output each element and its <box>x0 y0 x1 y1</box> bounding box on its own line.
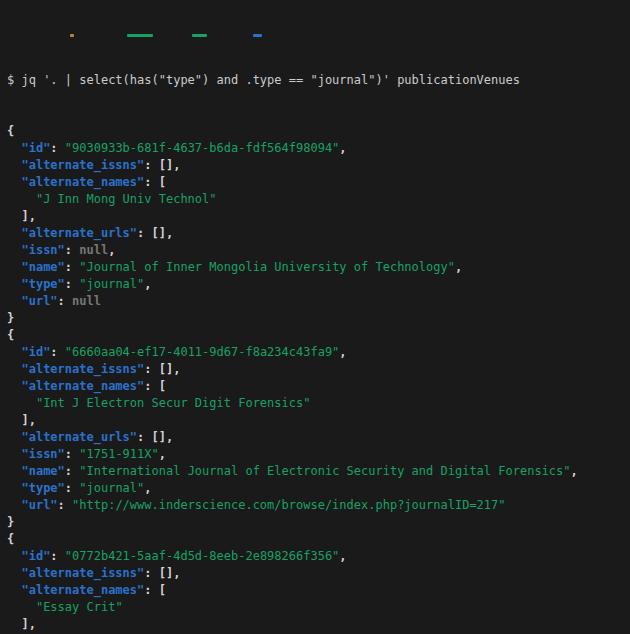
clipped-line-fragment <box>70 34 74 37</box>
json-punctuation: { <box>7 532 14 546</box>
json-punctuation: : <box>50 345 64 359</box>
json-key: "id" <box>21 549 50 563</box>
terminal-line: "alternate_urls": [], <box>7 429 630 446</box>
terminal-line: ], <box>7 412 630 429</box>
json-key: "id" <box>21 345 50 359</box>
terminal-line: "alternate_issns": [], <box>7 565 630 582</box>
json-punctuation: : [], <box>144 158 180 172</box>
json-punctuation <box>7 498 21 512</box>
terminal-output: { "id": "9030933b-681f-4637-b6da-fdf564f… <box>7 123 630 634</box>
json-punctuation: : <box>65 481 79 495</box>
json-punctuation: , <box>339 141 346 155</box>
json-punctuation: , <box>339 345 346 359</box>
json-punctuation: : [ <box>144 583 166 597</box>
shell-prompt: $ <box>7 73 21 87</box>
json-key: "alternate_issns" <box>21 158 144 172</box>
clipped-line-fragment <box>127 34 153 37</box>
json-string: "6660aa04-ef17-4011-9d67-f8a234c43fa9" <box>65 345 340 359</box>
json-punctuation <box>7 396 36 410</box>
json-string: "9030933b-681f-4637-b6da-fdf564f98094" <box>65 141 340 155</box>
terminal-line: { <box>7 327 630 344</box>
json-punctuation: : <box>58 498 72 512</box>
terminal-line: "name": "Journal of Inner Mongolia Unive… <box>7 259 630 276</box>
terminal-line: "id": "0772b421-5aaf-4d5d-8eeb-2e898266f… <box>7 548 630 565</box>
json-punctuation: : [], <box>137 430 173 444</box>
json-punctuation: : <box>65 243 79 257</box>
terminal-line: "issn": null, <box>7 242 630 259</box>
json-punctuation <box>7 430 21 444</box>
json-key: "name" <box>21 260 64 274</box>
json-punctuation: : [], <box>144 362 180 376</box>
json-string: "http://www.inderscience.com/browse/inde… <box>72 498 505 512</box>
json-punctuation: : <box>65 464 79 478</box>
json-string: "International Journal of Electronic Sec… <box>79 464 570 478</box>
json-punctuation: , <box>144 481 151 495</box>
json-punctuation: : <box>58 294 72 308</box>
terminal-line: "type": "journal", <box>7 480 630 497</box>
json-string: "J Inn Mong Univ Technol" <box>36 192 217 206</box>
json-punctuation <box>7 583 21 597</box>
terminal-line: "alternate_urls": [], <box>7 225 630 242</box>
json-punctuation: : [], <box>137 226 173 240</box>
terminal-line: "Int J Electron Secur Digit Forensics" <box>7 395 630 412</box>
json-string: "Essay Crit" <box>36 600 123 614</box>
json-key: "issn" <box>21 243 64 257</box>
json-string: "journal" <box>79 277 144 291</box>
json-punctuation: ], <box>7 617 36 631</box>
json-punctuation <box>7 464 21 478</box>
clipped-previous-line <box>7 34 630 38</box>
json-punctuation: : [ <box>144 175 166 189</box>
json-punctuation: { <box>7 124 14 138</box>
json-punctuation <box>7 600 36 614</box>
json-key: "name" <box>21 464 64 478</box>
json-punctuation: , <box>455 260 462 274</box>
json-punctuation: : <box>50 549 64 563</box>
clipped-line-fragment <box>253 34 262 37</box>
json-punctuation: } <box>7 515 14 529</box>
json-punctuation: : [ <box>144 379 166 393</box>
terminal-line: { <box>7 123 630 140</box>
json-key: "url" <box>21 498 57 512</box>
terminal-line: "id": "9030933b-681f-4637-b6da-fdf564f98… <box>7 140 630 157</box>
json-punctuation <box>7 566 21 580</box>
json-punctuation: , <box>108 243 115 257</box>
json-punctuation: ], <box>7 209 36 223</box>
json-key: "url" <box>21 294 57 308</box>
json-key: "issn" <box>21 447 64 461</box>
json-key: "id" <box>21 141 50 155</box>
json-punctuation: : <box>50 141 64 155</box>
json-key: "type" <box>21 481 64 495</box>
terminal-line: "alternate_names": [ <box>7 378 630 395</box>
terminal-line: "alternate_names": [ <box>7 582 630 599</box>
terminal-line: "url": "http://www.inderscience.com/brow… <box>7 497 630 514</box>
json-punctuation <box>7 226 21 240</box>
json-punctuation: , <box>159 447 166 461</box>
command-text: jq '. | select(has("type") and .type == … <box>21 73 520 87</box>
json-string: "journal" <box>79 481 144 495</box>
terminal-line: "id": "6660aa04-ef17-4011-9d67-f8a234c43… <box>7 344 630 361</box>
terminal-line: ], <box>7 208 630 225</box>
json-punctuation <box>7 549 21 563</box>
json-key: "alternate_names" <box>21 379 144 393</box>
terminal-line: "type": "journal", <box>7 276 630 293</box>
json-punctuation: , <box>144 277 151 291</box>
terminal-line: "alternate_issns": [], <box>7 361 630 378</box>
terminal-line: "url": null <box>7 293 630 310</box>
json-string: "0772b421-5aaf-4d5d-8eeb-2e898266f356" <box>65 549 340 563</box>
terminal-line: "alternate_issns": [], <box>7 157 630 174</box>
json-key: "alternate_issns" <box>21 566 144 580</box>
json-null: null <box>79 243 108 257</box>
json-punctuation <box>7 362 21 376</box>
json-punctuation <box>7 158 21 172</box>
json-punctuation: , <box>571 464 578 478</box>
json-key: "alternate_names" <box>21 583 144 597</box>
json-punctuation: , <box>339 549 346 563</box>
json-punctuation <box>7 260 21 274</box>
json-key: "type" <box>21 277 64 291</box>
json-key: "alternate_urls" <box>21 430 137 444</box>
terminal-line: "issn": "1751-911X", <box>7 446 630 463</box>
json-punctuation: ], <box>7 413 36 427</box>
json-punctuation <box>7 141 21 155</box>
terminal-line: "alternate_names": [ <box>7 174 630 191</box>
json-key: "alternate_urls" <box>21 226 137 240</box>
